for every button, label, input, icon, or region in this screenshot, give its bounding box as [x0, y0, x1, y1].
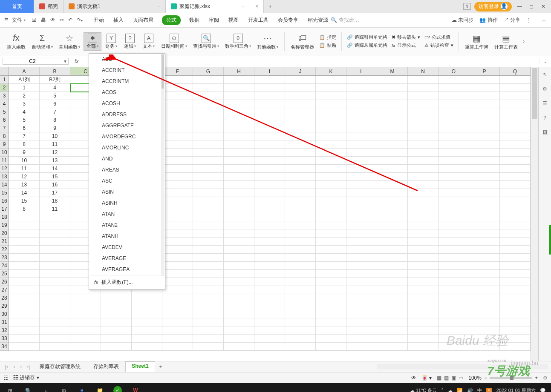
cell[interactable]: 15 [9, 197, 40, 205]
cell[interactable] [500, 254, 531, 262]
cell[interactable] [408, 116, 438, 124]
cell[interactable] [469, 197, 500, 205]
cell[interactable] [254, 343, 285, 351]
save-icon[interactable]: 🖫 [32, 17, 37, 23]
cell[interactable] [408, 286, 438, 294]
sheet-tab[interactable]: 家庭存款管理系统 [33, 361, 87, 372]
cell[interactable] [500, 149, 531, 157]
zoom-level[interactable]: 100% [468, 375, 482, 381]
cell[interactable] [500, 100, 531, 108]
row-header[interactable]: 12 [0, 165, 9, 173]
cell[interactable] [408, 246, 438, 254]
cell[interactable] [254, 181, 285, 189]
new-tab-button[interactable]: + [264, 0, 277, 13]
cell[interactable] [254, 302, 285, 310]
cell[interactable] [346, 278, 377, 286]
cell[interactable] [285, 221, 316, 229]
cell[interactable] [70, 343, 101, 351]
function-item[interactable]: ATAN2 [89, 220, 165, 231]
cell[interactable] [500, 205, 531, 213]
cell[interactable] [193, 84, 224, 92]
cell[interactable] [132, 302, 162, 310]
cell[interactable] [162, 197, 193, 205]
cell[interactable] [162, 181, 193, 189]
column-header[interactable]: A [9, 67, 40, 75]
share-button[interactable]: ↗ 分享 [504, 17, 520, 24]
cell[interactable] [469, 278, 500, 286]
cell[interactable] [70, 335, 101, 343]
cell[interactable] [193, 132, 224, 140]
cell[interactable] [377, 237, 408, 246]
cell[interactable] [346, 197, 377, 205]
cell[interactable] [377, 310, 408, 318]
math-button[interactable]: θ 数学和三角 [222, 33, 254, 50]
cell[interactable] [500, 213, 531, 221]
cell[interactable] [224, 335, 254, 343]
cell[interactable] [346, 140, 377, 149]
cell[interactable] [193, 246, 224, 254]
cell[interactable] [224, 157, 254, 165]
cell[interactable] [500, 278, 531, 286]
cell[interactable]: 10 [9, 157, 40, 165]
cell[interactable] [346, 205, 377, 213]
print-preview-icon[interactable]: 👁 [50, 17, 55, 23]
cell[interactable] [254, 326, 285, 335]
cell[interactable] [224, 108, 254, 116]
cell[interactable] [285, 270, 316, 278]
cell[interactable] [438, 302, 469, 310]
cell[interactable] [346, 294, 377, 302]
cut-icon[interactable]: ✂ [60, 17, 64, 23]
cell[interactable] [9, 318, 40, 326]
cell[interactable] [193, 278, 224, 286]
cell[interactable]: 9 [9, 149, 40, 157]
cell[interactable] [193, 173, 224, 181]
notification-badge[interactable]: 1 [463, 3, 471, 10]
cell[interactable] [224, 221, 254, 229]
cell[interactable] [438, 254, 469, 262]
cell[interactable] [469, 84, 500, 92]
cell[interactable] [285, 173, 316, 181]
cell[interactable] [193, 335, 224, 343]
cell[interactable] [469, 165, 500, 173]
cell[interactable] [469, 76, 500, 84]
cell[interactable] [40, 310, 70, 318]
view-reading-icon[interactable]: ▭ [459, 375, 463, 381]
cell[interactable] [285, 286, 316, 294]
cell[interactable] [9, 335, 40, 343]
cell[interactable] [224, 100, 254, 108]
tray-expand-icon[interactable]: ˄ [441, 388, 444, 392]
cell[interactable] [469, 181, 500, 189]
maximize-button[interactable]: ◻ [527, 3, 536, 9]
function-item[interactable]: AVERAGE [89, 253, 165, 264]
cell[interactable] [500, 318, 531, 326]
name-manager-button[interactable]: 🏷 名称管理器 [288, 32, 317, 51]
cell[interactable] [500, 116, 531, 124]
fx-button[interactable]: fx [71, 55, 82, 67]
row-header[interactable]: 18 [0, 213, 9, 221]
cell[interactable] [377, 149, 408, 157]
cell[interactable] [193, 165, 224, 173]
cell[interactable]: 5 [40, 92, 70, 100]
function-item[interactable]: ABS [89, 54, 165, 65]
cell[interactable] [193, 197, 224, 205]
row-header[interactable]: 23 [0, 254, 9, 262]
cell[interactable] [162, 302, 193, 310]
cell[interactable] [40, 270, 70, 278]
cell[interactable]: 13 [40, 157, 70, 165]
cell[interactable] [377, 173, 408, 181]
column-header[interactable]: N [408, 67, 438, 75]
cell[interactable] [162, 189, 193, 197]
cell[interactable] [346, 124, 377, 132]
cell[interactable] [438, 335, 469, 343]
menu-tab[interactable]: 数据 [188, 15, 200, 25]
cell[interactable] [285, 197, 316, 205]
cell[interactable] [254, 310, 285, 318]
cell[interactable] [162, 157, 193, 165]
cell[interactable] [346, 310, 377, 318]
recalc-workbook-button[interactable]: ▦ 重算工作簿 [462, 32, 491, 51]
cell[interactable]: 1 [9, 84, 40, 92]
column-header[interactable]: P [469, 67, 500, 75]
cell[interactable] [254, 270, 285, 278]
cell[interactable] [285, 326, 316, 335]
row-header[interactable]: 29 [0, 302, 9, 310]
